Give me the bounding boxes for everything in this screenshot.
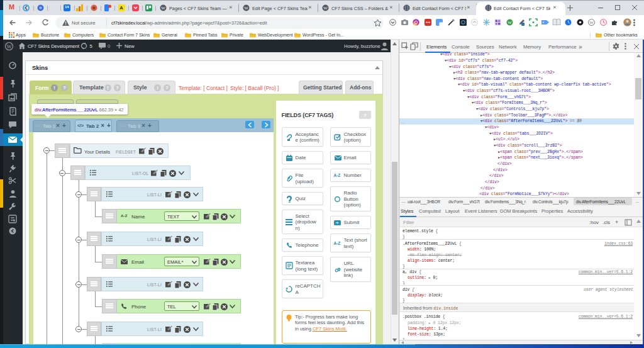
svg-text:W: W — [508, 20, 512, 25]
svg-text:W: W — [323, 6, 328, 11]
svg-text:W: W — [161, 6, 165, 11]
svg-text:W: W — [589, 20, 594, 25]
svg-text:W: W — [244, 6, 248, 11]
svg-text:W: W — [6, 43, 11, 49]
